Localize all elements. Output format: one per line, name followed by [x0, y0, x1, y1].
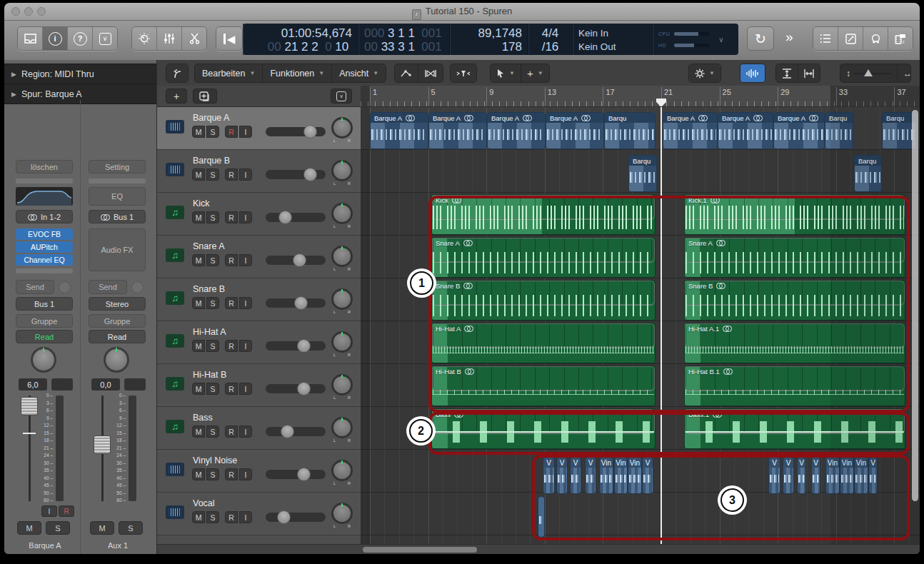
track-volume-slider[interactable] [266, 256, 326, 265]
channel-strip-name[interactable]: Aux 1 [86, 541, 150, 550]
gain-slot[interactable] [89, 178, 146, 183]
track-volume-thumb[interactable] [277, 510, 291, 524]
region-hi-hat-b[interactable]: Hi-Hat B [431, 366, 656, 406]
midi-note-icon[interactable]: ♫ [166, 377, 184, 391]
track-pan-knob[interactable] [331, 117, 353, 139]
track-header-options-button[interactable]: ∨ [331, 89, 352, 104]
solo-button[interactable]: S [206, 168, 219, 181]
horizontal-scrollbar-thumb[interactable] [363, 547, 477, 553]
automation-button[interactable] [395, 64, 418, 82]
track-volume-slider[interactable] [266, 470, 326, 479]
quick-help-button[interactable]: ? [68, 27, 93, 50]
midi-note-icon[interactable]: ♫ [166, 248, 184, 262]
track-volume-slider[interactable] [266, 513, 326, 522]
setting-button[interactable]: Setting [89, 160, 146, 173]
solo-button[interactable]: S [206, 340, 219, 352]
volume-value[interactable]: 0,0 [91, 378, 120, 391]
audio-waveform-icon[interactable] [166, 505, 184, 519]
region-v[interactable]: V [783, 457, 794, 494]
send-slot[interactable]: Send [16, 280, 54, 294]
track-header[interactable]: ♫BassMSRILR [157, 407, 361, 450]
mute-button[interactable]: M [192, 468, 205, 480]
send-knob[interactable] [59, 281, 71, 293]
mute-button[interactable]: M [192, 383, 205, 395]
record-enable-button[interactable]: R [225, 297, 238, 309]
region-v[interactable]: V [768, 457, 780, 494]
track-volume-slider[interactable] [266, 384, 326, 393]
region-barque-a[interactable]: Barque A [663, 112, 718, 149]
solo-button[interactable]: S [206, 468, 219, 480]
region-kick[interactable]: Kick [431, 194, 656, 235]
input-monitor-button[interactable]: I [41, 505, 57, 517]
vertical-scrollbar-thumb[interactable] [912, 110, 918, 501]
track-header[interactable]: Vinyl NoiseMSRILR [157, 450, 361, 493]
track-pan-knob[interactable] [331, 160, 353, 181]
bar-ruler[interactable]: 15913172125293337 [361, 86, 920, 107]
track-volume-thumb[interactable] [303, 168, 317, 181]
plugin-slot[interactable]: AUPitch [16, 241, 73, 253]
region-v[interactable]: V [797, 457, 806, 494]
track-volume-thumb[interactable] [278, 211, 292, 224]
track-volume-slider[interactable] [266, 341, 326, 351]
region-barque-a[interactable]: Barque A [718, 112, 773, 149]
input-monitor-button[interactable]: I [239, 511, 252, 523]
track-volume-slider[interactable] [266, 213, 326, 222]
solo-button[interactable]: S [206, 254, 219, 266]
vertical-zoom-slider[interactable]: ↕ [840, 64, 897, 82]
lcd-display[interactable]: 01:00:54,674 00 21 2 2 0 10 000 3 1 1 00… [243, 24, 738, 55]
catch-playhead-button[interactable] [166, 64, 188, 82]
solo-button[interactable]: S [206, 126, 219, 138]
region-v[interactable]: V [811, 457, 820, 494]
region-barque-a[interactable]: Barque A [370, 112, 428, 149]
region-barqu[interactable]: Barqu [628, 155, 657, 192]
region-barqu[interactable]: Barqu [604, 112, 656, 149]
record-enable-button[interactable]: R [225, 211, 238, 223]
flex-button[interactable] [418, 64, 443, 82]
region-v[interactable]: V [556, 457, 568, 494]
track-volume-slider[interactable] [266, 170, 326, 179]
cycle-button[interactable]: ↻ [747, 26, 774, 51]
audio-waveform-icon[interactable] [166, 163, 184, 176]
empty-plugin-slot[interactable] [16, 268, 73, 273]
duplicate-track-button[interactable] [193, 89, 217, 104]
audio-waveform-icon[interactable] [166, 463, 184, 476]
automation-mode-button[interactable]: Read [89, 330, 146, 343]
fader-thumb[interactable] [21, 397, 38, 416]
mute-button[interactable]: M [90, 521, 114, 535]
note-pads-button[interactable] [838, 27, 863, 50]
track-options-menu[interactable]: ▼ [689, 64, 720, 82]
track-header[interactable]: ♫Snare AMSRILR [157, 236, 361, 278]
record-enable-button[interactable]: R [225, 340, 238, 352]
editors-button[interactable] [182, 27, 206, 50]
midi-note-icon[interactable]: ♫ [166, 206, 184, 219]
add-track-button[interactable]: + [166, 89, 187, 104]
solo-button[interactable]: S [206, 383, 219, 395]
mute-button[interactable]: M [192, 297, 205, 309]
solo-button[interactable]: S [46, 521, 70, 535]
vertical-auto-zoom-button[interactable] [776, 64, 798, 82]
track-pan-knob[interactable] [331, 288, 353, 310]
track-name[interactable]: Snare A [193, 241, 224, 251]
track-pan-knob[interactable] [331, 331, 353, 353]
track-name[interactable]: Hi-Hat A [193, 327, 226, 337]
menu-bearbeiten[interactable]: Bearbeiten▼ [195, 64, 263, 82]
track-name[interactable]: Vinyl Noise [193, 455, 237, 465]
track-name[interactable]: Kick [193, 198, 210, 208]
track-name[interactable]: Barque B [193, 156, 230, 166]
region-v[interactable]: V [642, 457, 653, 494]
track-pan-knob[interactable] [331, 417, 353, 438]
send-slot[interactable]: Send [89, 280, 127, 294]
solo-button[interactable]: S [206, 211, 219, 223]
audio-waveform-icon[interactable] [166, 120, 184, 134]
toolbar-overflow-button[interactable]: » [785, 29, 792, 45]
track-pan-knob[interactable] [331, 246, 353, 267]
arrange-area[interactable]: Barque ABarque ABarque ABarque ABarquBar… [361, 107, 920, 544]
input-monitor-button[interactable]: I [239, 383, 252, 395]
audio-fx-slot[interactable]: Audio FX [89, 228, 146, 271]
group-slot[interactable]: Gruppe [16, 314, 73, 328]
mute-button[interactable]: M [192, 168, 205, 181]
track-pan-knob[interactable] [331, 503, 353, 524]
left-click-tool-menu[interactable]: ▼ [491, 64, 521, 82]
fader-thumb[interactable] [94, 435, 111, 454]
track-pan-knob[interactable] [331, 460, 353, 481]
